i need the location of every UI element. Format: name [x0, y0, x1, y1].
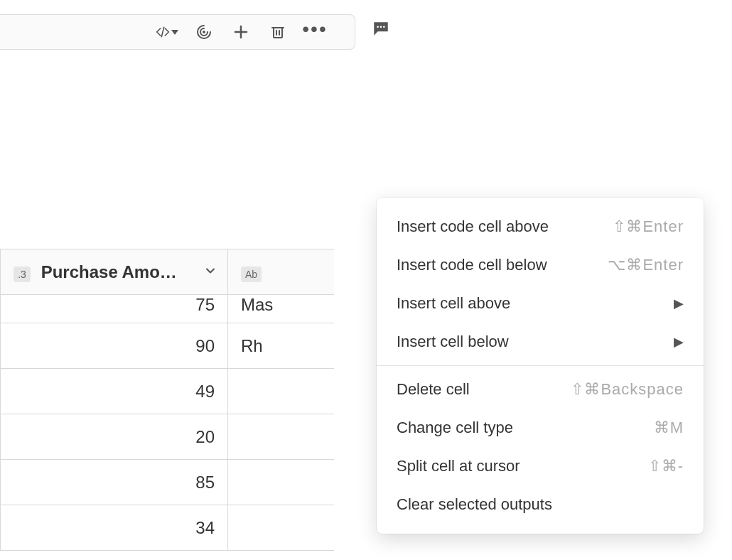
menu-item-label: Insert cell below — [397, 333, 509, 351]
submenu-caret-icon: ▶ — [674, 296, 684, 311]
menu-item-shortcut: ⌘M — [654, 419, 684, 437]
cell-number: 75 — [1, 295, 228, 323]
menu-item-label: Insert code cell below — [397, 256, 547, 274]
svg-point-7 — [377, 26, 379, 28]
menu-insert-cell-below[interactable]: Insert cell below ▶ — [377, 323, 704, 361]
add-cell-button[interactable] — [230, 21, 252, 43]
menu-item-label: Split cell at cursor — [397, 457, 520, 475]
delete-cell-button[interactable] — [267, 21, 289, 43]
cell-number: 20 — [1, 414, 228, 460]
cell-text: Mas — [228, 295, 335, 323]
menu-separator — [377, 365, 704, 366]
cell-text — [228, 460, 335, 505]
menu-insert-code-below[interactable]: Insert code cell below ⌥⌘Enter — [377, 246, 704, 284]
svg-line-0 — [161, 27, 163, 36]
menu-item-label: Clear selected outputs — [397, 495, 552, 514]
menu-item-label: Change cell type — [397, 419, 513, 437]
svg-point-9 — [383, 26, 385, 28]
menu-split-cell[interactable]: Split cell at cursor ⇧⌘- — [377, 447, 704, 485]
menu-item-shortcut: ⇧⌘Backspace — [571, 380, 684, 399]
comment-icon — [371, 19, 391, 38]
run-button[interactable] — [193, 21, 215, 43]
table-row: 49 — [1, 369, 335, 414]
cell-number: 34 — [1, 505, 228, 551]
comment-button[interactable] — [370, 18, 392, 38]
chevron-down-icon — [171, 30, 178, 35]
menu-change-cell-type[interactable]: Change cell type ⌘M — [377, 409, 704, 447]
cell-type-dropdown[interactable] — [156, 21, 178, 43]
context-menu: Insert code cell above ⇧⌘Enter Insert co… — [377, 198, 704, 534]
menu-item-shortcut: ⇧⌘- — [648, 457, 684, 475]
spiral-icon — [195, 23, 212, 41]
cell-text — [228, 414, 335, 460]
chevron-down-icon — [203, 264, 217, 278]
menu-item-shortcut: ⌥⌘Enter — [608, 256, 684, 274]
cell-text — [228, 505, 335, 551]
cell-text — [228, 369, 335, 414]
data-table: .3 Purchase Amo… Ab 75 Mas 9 — [0, 249, 334, 551]
menu-insert-code-above[interactable]: Insert code cell above ⇧⌘Enter — [377, 208, 704, 246]
more-actions-button[interactable]: ••• — [303, 21, 326, 43]
menu-delete-cell[interactable]: Delete cell ⇧⌘Backspace — [377, 370, 704, 409]
cell-number: 85 — [1, 460, 228, 505]
column-header-label: Purchase Amo… — [41, 262, 177, 281]
plus-icon — [232, 23, 249, 41]
cell-number: 49 — [1, 369, 228, 414]
table-row: 85 — [1, 460, 335, 505]
table-row: 90 Rh — [1, 323, 335, 369]
menu-item-label: Delete cell — [397, 380, 470, 399]
table-row: 75 Mas — [1, 295, 335, 323]
table-row: 34 — [1, 505, 335, 551]
code-icon — [156, 23, 170, 41]
column-header-text[interactable]: Ab — [228, 249, 335, 295]
column-header-purchase-amount[interactable]: .3 Purchase Amo… — [1, 249, 228, 295]
column-type-badge: .3 — [14, 266, 31, 282]
menu-clear-outputs[interactable]: Clear selected outputs — [377, 485, 704, 524]
trash-icon — [269, 23, 286, 41]
menu-item-label: Insert cell above — [397, 294, 510, 313]
cell-number: 90 — [1, 323, 228, 369]
cell-text: Rh — [228, 323, 335, 369]
table-header-row: .3 Purchase Amo… Ab — [1, 249, 335, 295]
menu-item-shortcut: ⇧⌘Enter — [613, 217, 684, 236]
table-row: 20 — [1, 414, 335, 460]
column-menu-toggle[interactable] — [203, 262, 217, 282]
menu-item-label: Insert code cell above — [397, 217, 549, 236]
menu-insert-cell-above[interactable]: Insert cell above ▶ — [377, 284, 704, 323]
svg-rect-3 — [274, 28, 282, 38]
submenu-caret-icon: ▶ — [674, 334, 684, 350]
column-type-badge: Ab — [241, 266, 262, 282]
cell-toolbar: ••• — [0, 14, 355, 50]
svg-point-8 — [380, 26, 382, 28]
